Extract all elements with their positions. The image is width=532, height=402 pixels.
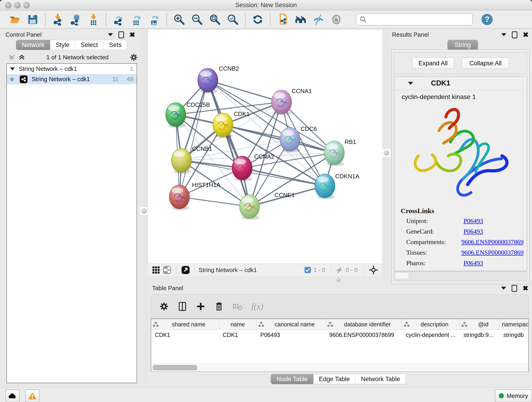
- section-collapse-icon[interactable]: [408, 82, 413, 85]
- search-box: [356, 13, 473, 26]
- export-network-icon[interactable]: [112, 13, 125, 26]
- export-image-icon[interactable]: [147, 13, 161, 26]
- node-label-RB1: RB1: [345, 138, 356, 145]
- table-gear-icon[interactable]: [159, 302, 169, 311]
- birdseye-toggle-icon[interactable]: [368, 263, 379, 277]
- import-table-from-file-icon[interactable]: [87, 13, 100, 26]
- column-header[interactable]: shared name: [151, 319, 219, 330]
- toolbar-divider: [364, 265, 364, 274]
- network-collection-row[interactable]: String Network – cdk1 1: [7, 64, 137, 74]
- column-type-icon: [404, 322, 409, 327]
- crosslink-link[interactable]: 9606.ENSP00000378699: [462, 249, 527, 256]
- tab-node-table[interactable]: Node Table: [271, 374, 313, 384]
- show-columns-icon[interactable]: [177, 302, 187, 311]
- cell-id: stringdb:9...: [460, 330, 500, 340]
- network-graph[interactable]: CCNB2CCNA1CDC25BCDK1CDC6RB1CCNB1CCNA2CDK…: [148, 30, 382, 264]
- results-vscrollbar[interactable]: [523, 76, 527, 271]
- delete-column-icon[interactable]: [214, 302, 224, 311]
- horizontal-splitter[interactable]: [148, 276, 382, 284]
- zoom-selected-icon[interactable]: [226, 13, 239, 26]
- right-splitter-handle[interactable]: [382, 148, 391, 157]
- float-panel-icon[interactable]: [512, 32, 517, 38]
- hidden-counts: 0 - 0: [346, 267, 358, 274]
- close-panel-icon[interactable]: ✖: [129, 32, 135, 38]
- string-view-icon[interactable]: [162, 263, 172, 277]
- tab-string[interactable]: String: [447, 40, 478, 50]
- export-table-icon[interactable]: [130, 13, 143, 26]
- tab-select[interactable]: Select: [75, 40, 104, 50]
- collapse-all-icon[interactable]: [8, 54, 15, 61]
- tab-network[interactable]: Network: [16, 40, 50, 50]
- close-window-button[interactable]: [5, 2, 12, 8]
- close-panel-icon[interactable]: ✖: [523, 286, 528, 291]
- column-header[interactable]: canonical name: [257, 319, 326, 330]
- collapse-all-button[interactable]: Collapse All: [462, 57, 509, 69]
- network-from-selection-icon[interactable]: [276, 13, 289, 26]
- collection-count: 1: [130, 65, 133, 72]
- tree-expand-icon[interactable]: [10, 67, 15, 70]
- warning-button[interactable]: [25, 389, 39, 402]
- horizontal-splitter-handle[interactable]: [335, 276, 342, 283]
- memory-button[interactable]: Memory: [495, 389, 532, 402]
- zoom-out-icon[interactable]: [190, 13, 204, 26]
- crosslink-link[interactable]: P06493: [463, 259, 483, 267]
- apply-layout-icon[interactable]: [251, 13, 264, 26]
- expand-all-icon[interactable]: [18, 54, 25, 61]
- tab-network-table[interactable]: Network Table: [355, 374, 406, 384]
- right-splitter[interactable]: [382, 30, 390, 284]
- float-panel-icon[interactable]: [119, 32, 124, 38]
- node-label-CCNA1: CCNA1: [292, 88, 312, 95]
- expand-all-button[interactable]: Expand All: [412, 57, 454, 69]
- table-row[interactable]: CDK1 CDK1 P06493 9606.ENSP00000378699 cy…: [151, 330, 528, 340]
- open-in-new-window-icon[interactable]: [181, 263, 191, 277]
- crosslink-link[interactable]: P06493: [463, 228, 483, 235]
- collapse-panel-icon[interactable]: [108, 33, 113, 36]
- tab-edge-table[interactable]: Edge Table: [313, 374, 355, 384]
- left-splitter[interactable]: [140, 30, 148, 387]
- network-row[interactable]: String Network – cdk1 11 48: [7, 74, 137, 84]
- close-panel-icon[interactable]: ✖: [523, 32, 529, 38]
- control-panel: Control Panel ✖ Network Style Select Set…: [2, 30, 140, 387]
- save-session-icon[interactable]: [26, 13, 39, 26]
- tab-sets[interactable]: Sets: [104, 40, 127, 50]
- open-session-icon[interactable]: [8, 13, 22, 26]
- import-network-from-file-icon[interactable]: [51, 13, 64, 26]
- results-panel: Results Panel ✖ String Expand All Collap…: [390, 30, 531, 284]
- hide-panels-icon[interactable]: [312, 13, 325, 26]
- results-hscrollbar[interactable]: [394, 271, 527, 281]
- results-hscroll-thumb[interactable]: [395, 273, 409, 279]
- crosslinks-title: CrossLinks: [401, 207, 527, 215]
- table-hscroll-thumb[interactable]: [152, 365, 197, 370]
- import-network-from-database-icon[interactable]: [69, 13, 82, 26]
- search-input[interactable]: [367, 16, 464, 23]
- cloud-button[interactable]: [6, 389, 20, 402]
- crosslink-row: Compartments:9606.ENSP00000378699: [406, 237, 527, 247]
- collapse-panel-icon[interactable]: [501, 33, 506, 36]
- eye-icon[interactable]: [330, 13, 343, 26]
- crosslink-link[interactable]: 9606.ENSP00000378699: [462, 238, 527, 246]
- table-hscrollbar[interactable]: [151, 364, 528, 371]
- selected-checkbox-icon[interactable]: [304, 267, 311, 274]
- column-header[interactable]: name: [219, 319, 257, 330]
- show-home-panels-icon[interactable]: [294, 13, 307, 26]
- add-column-icon[interactable]: [196, 302, 206, 311]
- warning-icon: [28, 392, 37, 400]
- column-header[interactable]: @id: [460, 319, 500, 330]
- network-canvas[interactable]: CCNB2CCNA1CDC25BCDK1CDC6RB1CCNB1CCNA2CDK…: [148, 30, 382, 264]
- collapse-panel-icon[interactable]: [501, 287, 506, 290]
- zoom-fit-content-icon[interactable]: [208, 13, 222, 26]
- column-header[interactable]: description: [402, 319, 460, 330]
- float-panel-icon[interactable]: [512, 285, 517, 292]
- gear-icon[interactable]: [130, 53, 138, 61]
- grid-view-icon[interactable]: [151, 263, 161, 277]
- left-splitter-handle[interactable]: [140, 207, 148, 216]
- gene-section-header[interactable]: CDK1: [394, 77, 527, 90]
- column-header[interactable]: database identifier: [326, 319, 402, 330]
- tab-style[interactable]: Style: [50, 40, 75, 50]
- column-header[interactable]: namespac: [500, 319, 528, 330]
- help-icon[interactable]: ?: [481, 13, 494, 26]
- zoom-window-button[interactable]: [23, 2, 30, 8]
- minimize-window-button[interactable]: [14, 2, 21, 8]
- crosslink-link[interactable]: P06493: [463, 217, 483, 225]
- zoom-in-icon[interactable]: [172, 13, 186, 26]
